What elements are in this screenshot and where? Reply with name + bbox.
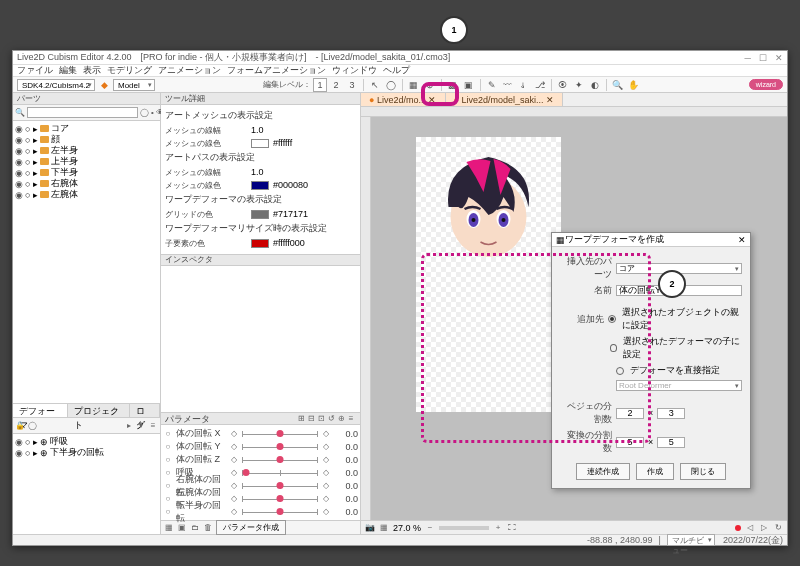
fit-icon[interactable]: ⛶	[507, 523, 517, 533]
param-link-icon[interactable]: ○	[163, 507, 173, 517]
expand2-icon[interactable]: ▾	[136, 421, 146, 431]
radio-direct[interactable]	[616, 367, 624, 375]
param-icon1[interactable]: ⊞	[296, 414, 306, 424]
loop-icon[interactable]: ↻	[773, 523, 783, 533]
bezier-x-input[interactable]	[616, 408, 644, 419]
create-button[interactable]: 作成	[636, 463, 674, 480]
circle-icon[interactable]: ◯	[140, 108, 149, 118]
path-color-swatch[interactable]	[251, 181, 269, 190]
tab-project[interactable]: プロジェクト	[68, 404, 131, 417]
param-slider[interactable]	[242, 456, 318, 464]
param-key-icon[interactable]: ◇	[321, 442, 331, 452]
convert-x-input[interactable]	[616, 437, 644, 448]
param-key-icon[interactable]: ◇	[321, 494, 331, 504]
param-add-icon[interactable]: ▦	[164, 523, 174, 533]
param-icon4[interactable]: ↺	[326, 414, 336, 424]
tool-mesh-icon[interactable]: ▩	[446, 78, 460, 92]
param-link-icon[interactable]: ○	[163, 455, 173, 465]
mesh-color-swatch[interactable]	[251, 139, 269, 148]
edit-level-3[interactable]: 3	[345, 78, 359, 92]
param-icon2[interactable]: ⊟	[306, 414, 316, 424]
param-link-icon[interactable]: ○	[163, 494, 173, 504]
param-folder-icon[interactable]: ▣	[177, 523, 187, 533]
param-drop-icon[interactable]: ◇	[229, 507, 239, 517]
tool-camera-icon[interactable]: ⦿	[556, 78, 570, 92]
param-key-icon[interactable]: ◇	[321, 468, 331, 478]
view-mode-combo[interactable]: マルチビュー	[667, 534, 715, 546]
close-icon[interactable]: ✕	[775, 53, 783, 63]
param-drop-icon[interactable]: ◇	[229, 429, 239, 439]
mode-combo[interactable]: Model	[113, 79, 155, 91]
tool-blend-icon[interactable]: ◐	[588, 78, 602, 92]
create-rotation-deformer-icon[interactable]: ⊕	[423, 78, 437, 92]
param-key-icon[interactable]: 🗀	[190, 523, 200, 533]
param-slider[interactable]	[242, 469, 318, 477]
tool-hand-icon[interactable]: ✋	[627, 78, 641, 92]
canvas-tab-1[interactable]: ● Live2d/mo... ✕	[361, 93, 446, 106]
param-drop-icon[interactable]: ◇	[229, 442, 239, 452]
tool-transform-icon[interactable]: ▣	[462, 78, 476, 92]
radio-child[interactable]	[610, 344, 617, 352]
param-key-icon[interactable]: ◇	[321, 507, 331, 517]
menu-view[interactable]: 表示	[83, 64, 101, 77]
canvas-tab-2[interactable]: ● Live2d/model_saki... ✕	[446, 93, 564, 106]
param-key-icon[interactable]: ◇	[321, 429, 331, 439]
param-link-icon[interactable]: ○	[163, 429, 173, 439]
tool-pen-icon[interactable]: ✎	[485, 78, 499, 92]
param-icon3[interactable]: ⊡	[316, 414, 326, 424]
param-menu-icon[interactable]: ≡	[346, 414, 356, 424]
param-drop-icon[interactable]: ◇	[229, 494, 239, 504]
radio-parent[interactable]	[608, 315, 616, 323]
tool-zoom-icon[interactable]: 🔍	[611, 78, 625, 92]
menu2-icon[interactable]: ≡	[148, 421, 158, 431]
continue-create-button[interactable]: 連続作成	[576, 463, 630, 480]
snapshot-icon[interactable]: 📷	[365, 523, 375, 533]
circle2-icon[interactable]: ◯	[27, 421, 37, 431]
param-icon5[interactable]: ⊕	[336, 414, 346, 424]
param-key-icon[interactable]: ◇	[321, 481, 331, 491]
param-slider[interactable]	[242, 482, 318, 490]
collapse2-icon[interactable]: ▸	[124, 421, 134, 431]
edit-level-value[interactable]: 1	[313, 78, 327, 92]
param-create-button[interactable]: パラメータ作成	[216, 520, 286, 535]
param-key-icon[interactable]: ◇	[321, 455, 331, 465]
menu-help[interactable]: ヘルプ	[383, 64, 410, 77]
param-slider[interactable]	[242, 495, 318, 503]
param-drop-icon[interactable]: ◇	[229, 455, 239, 465]
param-link-icon[interactable]: ○	[163, 468, 173, 478]
tool-lasso-icon[interactable]: ◯	[384, 78, 398, 92]
dot-icon[interactable]: •	[151, 108, 154, 118]
zoom-slider[interactable]	[439, 526, 489, 530]
tab-deformer[interactable]: デフォーマ	[13, 404, 68, 417]
wizard-badge[interactable]: wizard	[749, 79, 783, 90]
param-drop-icon[interactable]: ◇	[229, 468, 239, 478]
menu-file[interactable]: ファイル	[17, 64, 53, 77]
create-warp-deformer-icon[interactable]: ▦	[407, 78, 421, 92]
tool-brush-icon[interactable]: 〰	[501, 78, 515, 92]
grid-icon[interactable]: ▦	[379, 523, 389, 533]
edit-level-2[interactable]: 2	[329, 78, 343, 92]
prev-icon[interactable]: ◁	[745, 523, 755, 533]
parts-tree[interactable]: ◉○ ▸コア ◉○ ▸顔 ◉○ ▸左半身 ◉○ ▸上半身 ◉○ ▸下半身 ◉○ …	[13, 121, 160, 403]
param-slider[interactable]	[242, 508, 318, 516]
tool-path-icon[interactable]: ⎇	[533, 78, 547, 92]
parts-search-input[interactable]	[27, 107, 138, 118]
sdk-combo[interactable]: SDK4.2/Cubism4.2	[17, 79, 95, 91]
model-mode-icon[interactable]: ◆	[97, 78, 111, 92]
menu-formanimation[interactable]: フォームアニメーション	[227, 64, 326, 77]
param-drop-icon[interactable]: ◇	[229, 481, 239, 491]
param-del-icon[interactable]: 🗑	[203, 523, 213, 533]
grid-color-swatch[interactable]	[251, 210, 269, 219]
menu-edit[interactable]: 編集	[59, 64, 77, 77]
child-color-swatch[interactable]	[251, 239, 269, 248]
param-link-icon[interactable]: ○	[163, 442, 173, 452]
zoom-out-icon[interactable]: −	[425, 523, 435, 533]
bezier-y-input[interactable]	[657, 408, 685, 419]
param-link-icon[interactable]: ○	[163, 481, 173, 491]
play-icon[interactable]: ▷	[759, 523, 769, 533]
tool-magic-icon[interactable]: ✦	[572, 78, 586, 92]
zoom-in-icon[interactable]: +	[493, 523, 503, 533]
param-slider[interactable]	[242, 430, 318, 438]
lock-icon[interactable]: 🔒	[15, 421, 25, 431]
maximize-icon[interactable]: ☐	[759, 53, 767, 63]
